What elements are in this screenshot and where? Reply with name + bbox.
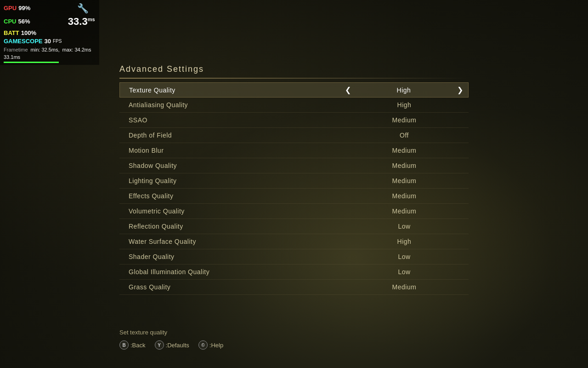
settings-label: SSAO bbox=[119, 116, 340, 124]
settings-label: Water Surface Quality bbox=[119, 238, 340, 245]
controls-row: B:BackY:Defaults©:Help bbox=[119, 340, 223, 350]
hud-frametime-bar bbox=[4, 62, 96, 63]
settings-value-area: High bbox=[340, 238, 469, 245]
settings-label: Effects Quality bbox=[119, 192, 340, 200]
left-arrow-button[interactable]: ❮ bbox=[339, 86, 356, 94]
settings-value: Medium bbox=[340, 283, 469, 291]
button-icon: Y bbox=[155, 340, 164, 350]
button-icon: B bbox=[119, 340, 129, 350]
hud-frametime-max: max: 34.2ms bbox=[62, 46, 91, 53]
main-content: Advanced Settings Texture Quality❮High❯A… bbox=[0, 64, 588, 368]
settings-value: Medium bbox=[340, 116, 469, 124]
button-label: :Back bbox=[130, 342, 146, 349]
settings-label: Volumetric Quality bbox=[119, 207, 340, 215]
settings-value-area: Low bbox=[340, 223, 469, 230]
settings-value-area: Low bbox=[340, 268, 469, 276]
title-underline bbox=[119, 78, 469, 79]
settings-row[interactable]: Motion BlurMedium bbox=[119, 143, 469, 158]
settings-value: Medium bbox=[340, 192, 469, 200]
settings-value-area: Medium bbox=[340, 147, 469, 154]
settings-value: High bbox=[340, 238, 469, 245]
settings-row[interactable]: Global Illumination QualityLow bbox=[119, 264, 469, 280]
settings-row[interactable]: Shader QualityLow bbox=[119, 249, 469, 264]
settings-row[interactable]: Depth of FieldOff bbox=[119, 128, 469, 143]
settings-label: Lighting Quality bbox=[119, 177, 340, 184]
settings-label: Grass Quality bbox=[119, 283, 340, 291]
page-title: Advanced Settings bbox=[119, 64, 204, 74]
settings-label: Motion Blur bbox=[119, 147, 340, 154]
settings-value: Low bbox=[340, 223, 469, 230]
settings-row[interactable]: Texture Quality❮High❯ bbox=[119, 82, 469, 98]
hud-cpu-label: CPU bbox=[4, 17, 16, 26]
performance-hud: GPU 99% 🔧 CPU 56% 33.3ms BATT 100% GAMES… bbox=[0, 0, 99, 65]
button-label: :Defaults bbox=[166, 342, 189, 349]
right-arrow-button[interactable]: ❯ bbox=[452, 86, 468, 94]
settings-label: Antialiasing Quality bbox=[119, 101, 340, 109]
settings-value-area: Medium bbox=[340, 192, 469, 200]
settings-value-area: Medium bbox=[340, 283, 469, 291]
settings-row[interactable]: Antialiasing QualityHigh bbox=[119, 98, 469, 113]
hud-gamescope-label: GAMESCOPE bbox=[4, 37, 43, 46]
control-button[interactable]: B:Back bbox=[119, 340, 146, 350]
hud-batt-label: BATT bbox=[4, 29, 19, 37]
settings-row[interactable]: Volumetric QualityMedium bbox=[119, 204, 469, 219]
settings-value-area: Medium bbox=[340, 177, 469, 184]
settings-row[interactable]: Shadow QualityMedium bbox=[119, 158, 469, 173]
hud-batt-val: 100% bbox=[21, 29, 36, 37]
settings-value: Off bbox=[340, 132, 469, 139]
settings-value-area: ❮High❯ bbox=[339, 86, 468, 94]
settings-value: High bbox=[356, 86, 452, 94]
settings-row[interactable]: Water Surface QualityHigh bbox=[119, 234, 469, 249]
settings-value-area: Off bbox=[340, 132, 469, 139]
settings-value: Medium bbox=[340, 177, 469, 184]
hud-fps-val: 30 bbox=[45, 37, 51, 46]
settings-value: High bbox=[340, 101, 469, 109]
settings-value: Medium bbox=[340, 207, 469, 215]
settings-row[interactable]: Grass QualityMedium bbox=[119, 280, 469, 295]
settings-table: Texture Quality❮High❯Antialiasing Qualit… bbox=[119, 82, 469, 295]
settings-row[interactable]: SSAOMedium bbox=[119, 113, 469, 128]
settings-value: Low bbox=[340, 253, 469, 260]
settings-value: Low bbox=[340, 268, 469, 276]
settings-value-area: Low bbox=[340, 253, 469, 260]
settings-label: Shader Quality bbox=[119, 253, 340, 260]
hud-cpu-val: 56% bbox=[18, 17, 30, 26]
settings-label: Global Illumination Quality bbox=[119, 268, 340, 276]
settings-label: Texture Quality bbox=[120, 86, 339, 94]
control-button[interactable]: ©:Help bbox=[198, 340, 223, 350]
settings-value: Medium bbox=[340, 147, 469, 154]
settings-row[interactable]: Effects QualityMedium bbox=[119, 189, 469, 204]
settings-label: Depth of Field bbox=[119, 132, 340, 139]
wrench-icon: 🔧 bbox=[77, 2, 89, 15]
settings-value-area: Medium bbox=[340, 207, 469, 215]
settings-label: Reflection Quality bbox=[119, 223, 340, 230]
hud-frametime-min: min: 32.5ms, bbox=[31, 46, 60, 53]
hud-frametime-label: Frametime bbox=[4, 46, 28, 53]
hint-text: Set texture quality bbox=[119, 329, 223, 336]
hud-fps-unit: FPS bbox=[53, 38, 62, 45]
settings-row[interactable]: Lighting QualityMedium bbox=[119, 173, 469, 189]
settings-value-area: High bbox=[340, 101, 469, 109]
settings-value: Medium bbox=[340, 162, 469, 169]
hud-gpu-label: GPU bbox=[4, 4, 17, 12]
settings-value-area: Medium bbox=[340, 162, 469, 169]
hud-gpu-val: 99% bbox=[18, 4, 30, 12]
button-icon: © bbox=[198, 340, 208, 350]
bottom-section: Set texture quality B:BackY:Defaults©:He… bbox=[119, 329, 223, 350]
hud-frametime-current: 33.1ms bbox=[4, 54, 20, 61]
button-label: :Help bbox=[209, 342, 223, 349]
settings-value-area: Medium bbox=[340, 116, 469, 124]
settings-label: Shadow Quality bbox=[119, 162, 340, 169]
hud-ms-val: 33.3ms bbox=[68, 15, 95, 29]
settings-row[interactable]: Reflection QualityLow bbox=[119, 219, 469, 234]
control-button[interactable]: Y:Defaults bbox=[155, 340, 189, 350]
